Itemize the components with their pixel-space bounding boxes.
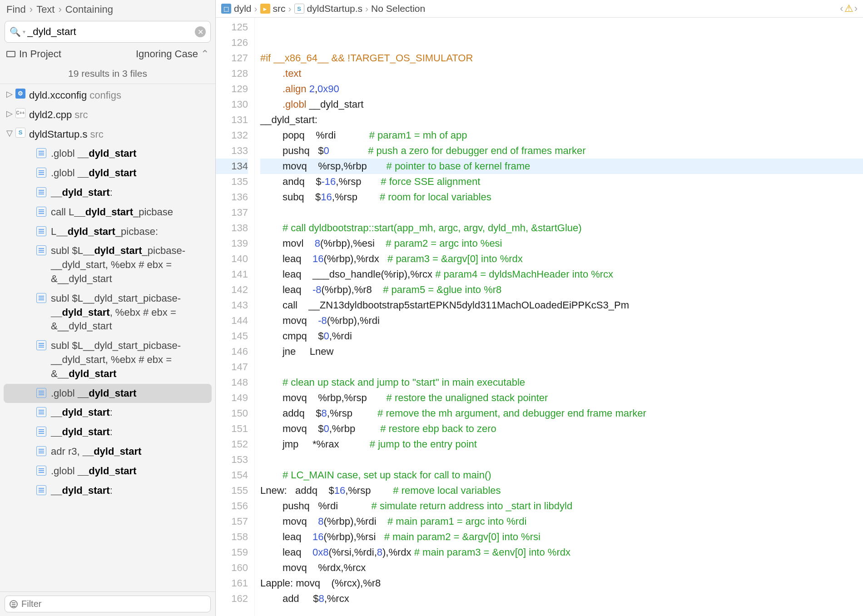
line-number: 141 bbox=[216, 267, 248, 282]
search-result[interactable]: subl $L__dyld_start_picbase-__dyld_start… bbox=[0, 289, 215, 336]
code-line[interactable]: jne Lnew bbox=[260, 344, 863, 359]
code-line[interactable]: # call dyldbootstrap::start(app_mh, argc… bbox=[260, 220, 863, 236]
file-name: dyld.xcconfig bbox=[29, 89, 87, 103]
editor-area: ⬚dyld›▸src›SdyldStartup.s›No Selection ‹… bbox=[216, 0, 863, 616]
code-line[interactable]: addq $8,%rsp # remove the mh argument, a… bbox=[260, 406, 863, 421]
result-text: .globl __dyld_start bbox=[51, 147, 212, 161]
search-input[interactable] bbox=[25, 23, 195, 40]
result-icon bbox=[36, 446, 46, 456]
find-mode-header[interactable]: Find › Text › Containing bbox=[0, 0, 215, 19]
back-icon[interactable]: ‹ bbox=[840, 3, 843, 15]
code-line[interactable]: movq -8(%rbp),%rdi bbox=[260, 313, 863, 328]
code-line[interactable] bbox=[260, 35, 863, 50]
crumb-icon: S bbox=[294, 4, 304, 14]
forward-icon[interactable]: › bbox=[854, 3, 858, 15]
line-number: 137 bbox=[216, 205, 248, 220]
code-line[interactable]: movq %rsp,%rbp # pointer to base of kern… bbox=[260, 159, 863, 174]
crumb-label[interactable]: No Selection bbox=[371, 3, 425, 14]
code-line[interactable]: pushq $0 # push a zero for debugger end … bbox=[260, 143, 863, 159]
search-result[interactable]: __dyld_start: bbox=[0, 422, 215, 442]
breadcrumb[interactable]: ⬚dyld›▸src›SdyldStartup.s›No Selection ‹… bbox=[216, 0, 863, 18]
code-line[interactable]: movl 8(%rbp),%esi # param2 = argc into %… bbox=[260, 236, 863, 251]
result-text: __dyld_start: bbox=[51, 484, 212, 498]
code-line[interactable] bbox=[260, 452, 863, 467]
line-number: 151 bbox=[216, 421, 248, 437]
warning-icon[interactable]: ⚠ bbox=[844, 3, 853, 15]
code-line[interactable]: movq %rbp,%rsp # restore the unaligned s… bbox=[260, 390, 863, 406]
code-line[interactable] bbox=[260, 359, 863, 375]
search-result[interactable]: .globl __dyld_start bbox=[0, 164, 215, 183]
file-row[interactable]: ▷ ⚙ dyld.xcconfig configs bbox=[0, 86, 215, 105]
results-tree[interactable]: ▷ ⚙ dyld.xcconfig configs▷ C++ dyld2.cpp… bbox=[0, 84, 215, 591]
code-line[interactable]: #if __x86_64__ && !TARGET_OS_SIMULATOR bbox=[260, 50, 863, 66]
search-result[interactable]: .globl __dyld_start bbox=[0, 144, 215, 164]
find-seg-text[interactable]: Text bbox=[36, 4, 55, 15]
search-result[interactable]: __dyld_start: bbox=[0, 481, 215, 501]
result-icon bbox=[36, 388, 46, 398]
code-line[interactable]: .globl __dyld_start bbox=[260, 97, 863, 112]
code-line[interactable]: movq 8(%rbp),%rdi # main param1 = argc i… bbox=[260, 514, 863, 529]
search-result[interactable]: __dyld_start: bbox=[0, 403, 215, 422]
code-line[interactable]: movq %rdx,%rcx bbox=[260, 560, 863, 576]
scope-icon bbox=[6, 51, 15, 57]
code-line[interactable]: .align 2,0x90 bbox=[260, 81, 863, 97]
disclosure-icon[interactable]: ▽ bbox=[6, 128, 15, 139]
clear-icon[interactable]: ✕ bbox=[195, 26, 206, 37]
code-line[interactable] bbox=[260, 20, 863, 35]
line-number: 155 bbox=[216, 483, 248, 498]
code-line[interactable]: # LC_MAIN case, set up stack for call to… bbox=[260, 467, 863, 483]
file-location: src bbox=[90, 128, 103, 142]
crumb-label[interactable]: src bbox=[273, 3, 286, 14]
case-mode-button[interactable]: Ignoring Case ⌃ bbox=[136, 48, 209, 60]
code-line[interactable]: Lapple: movq (%rcx),%r8 bbox=[260, 576, 863, 591]
result-text: .globl __dyld_start bbox=[51, 166, 212, 180]
code-line[interactable]: cmpq $0,%rdi bbox=[260, 328, 863, 344]
filter-field[interactable] bbox=[5, 596, 211, 612]
line-number: 142 bbox=[216, 282, 248, 298]
code-line[interactable]: Lnew: addq $16,%rsp # remove local varia… bbox=[260, 483, 863, 498]
code-line[interactable]: # clean up stack and jump to "start" in … bbox=[260, 375, 863, 390]
code-body[interactable]: #if __x86_64__ && !TARGET_OS_SIMULATOR .… bbox=[255, 18, 863, 616]
code-line[interactable]: jmp *%rax # jump to the entry point bbox=[260, 437, 863, 452]
code-editor[interactable]: 1251261271281291301311321331341351361371… bbox=[216, 18, 863, 616]
search-result[interactable]: .globl __dyld_start bbox=[4, 384, 212, 403]
search-field[interactable]: 🔍 ▾ ✕ bbox=[5, 21, 211, 43]
code-line[interactable]: call __ZN13dyldbootstrap5startEPKN5dyld3… bbox=[260, 298, 863, 313]
search-result[interactable]: L__dyld_start_picbase: bbox=[0, 222, 215, 242]
search-result[interactable]: subl $L__dyld_start_picbase-__dyld_start… bbox=[0, 241, 215, 288]
code-line[interactable]: movq $0,%rbp # restore ebp back to zero bbox=[260, 421, 863, 437]
line-number: 143 bbox=[216, 298, 248, 313]
code-line[interactable] bbox=[260, 205, 863, 220]
file-row[interactable]: ▷ C++ dyld2.cpp src bbox=[0, 105, 215, 125]
search-result[interactable]: __dyld_start: bbox=[0, 183, 215, 203]
disclosure-icon[interactable]: ▷ bbox=[6, 89, 15, 100]
search-result[interactable]: adr r3, __dyld_start bbox=[0, 442, 215, 462]
code-line[interactable]: subq $16,%rsp # room for local variables bbox=[260, 189, 863, 205]
crumb-label[interactable]: dyld bbox=[234, 3, 252, 14]
find-seg-containing[interactable]: Containing bbox=[65, 4, 113, 15]
code-line[interactable]: leaq 16(%rbp),%rdx # param3 = &argv[0] i… bbox=[260, 251, 863, 267]
search-result[interactable]: call L__dyld_start_picbase bbox=[0, 203, 215, 222]
code-line[interactable]: andq $-16,%rsp # force SSE alignment bbox=[260, 174, 863, 189]
code-line[interactable]: leaq 0x8(%rsi,%rdi,8),%rdx # main param3… bbox=[260, 545, 863, 560]
code-line[interactable]: .text bbox=[260, 66, 863, 81]
scope-button[interactable]: In Project bbox=[6, 48, 61, 60]
code-line[interactable]: leaq ___dso_handle(%rip),%rcx # param4 =… bbox=[260, 267, 863, 282]
code-line[interactable]: pushq %rdi # simulate return address int… bbox=[260, 498, 863, 514]
filter-input[interactable] bbox=[21, 599, 206, 609]
code-line[interactable]: popq %rdi # param1 = mh of app bbox=[260, 128, 863, 143]
line-number: 126 bbox=[216, 35, 248, 50]
line-number: 148 bbox=[216, 375, 248, 390]
find-seg-find[interactable]: Find bbox=[6, 4, 26, 15]
code-line[interactable]: leaq -8(%rbp),%r8 # param5 = &glue into … bbox=[260, 282, 863, 298]
code-line[interactable]: leaq 16(%rbp),%rsi # main param2 = &argv… bbox=[260, 529, 863, 545]
code-line[interactable]: add $8,%rcx bbox=[260, 591, 863, 606]
search-result[interactable]: .globl __dyld_start bbox=[0, 462, 215, 481]
crumb-label[interactable]: dyldStartup.s bbox=[307, 3, 363, 14]
disclosure-icon[interactable]: ▷ bbox=[6, 108, 15, 119]
file-row[interactable]: ▽ S dyldStartup.s src bbox=[0, 125, 215, 144]
code-line[interactable]: __dyld_start: bbox=[260, 112, 863, 128]
search-result[interactable]: subl $L__dyld_start_picbase-__dyld_start… bbox=[0, 336, 215, 383]
line-number: 145 bbox=[216, 328, 248, 344]
line-number: 144 bbox=[216, 313, 248, 328]
